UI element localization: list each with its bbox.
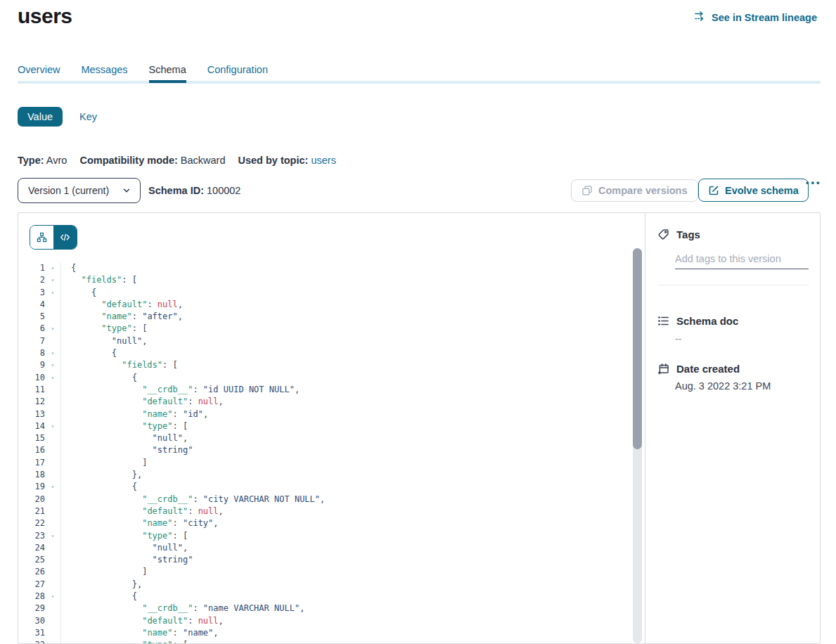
- schema-page: users See in Stream lineage Overview Mes…: [0, 0, 836, 644]
- code-view-button[interactable]: [53, 226, 77, 249]
- schema-id-label: Schema ID:: [148, 185, 204, 196]
- tab-overview[interactable]: Overview: [18, 64, 60, 83]
- compatibility-label: Compatibility mode:: [79, 155, 177, 166]
- tab-messages[interactable]: Messages: [81, 64, 127, 83]
- schema-meta-row: Type: Avro Compatibility mode: Backward …: [18, 155, 336, 166]
- value-tab-button[interactable]: Value: [18, 107, 63, 127]
- compare-versions-button[interactable]: Compare versions: [571, 179, 698, 202]
- compatibility-value: Backward: [181, 155, 226, 166]
- schema-doc-heading: Schema doc: [676, 315, 738, 327]
- schema-panel: 1▾{2▾ "fields": [3▾ {4 "default": null,5…: [18, 212, 821, 644]
- add-tags-input[interactable]: [675, 251, 809, 269]
- version-dropdown-value: Version 1 (current): [28, 185, 109, 196]
- type-label: Type:: [18, 155, 44, 166]
- stream-lineage-link[interactable]: See in Stream lineage: [694, 11, 817, 24]
- editor-scrollbar-thumb[interactable]: [633, 248, 642, 449]
- schema-editor: 1▾{2▾ "fields": [3▾ {4 "default": null,5…: [18, 213, 646, 643]
- stream-lineage-label: See in Stream lineage: [712, 12, 817, 23]
- tab-configuration[interactable]: Configuration: [207, 64, 268, 83]
- more-options-button[interactable]: •••: [806, 177, 822, 188]
- code-lines: 1▾{2▾ "fields": [3▾ {4 "default": null,5…: [18, 262, 625, 643]
- tags-heading: Tags: [676, 228, 700, 240]
- code-view-icon: [60, 232, 70, 243]
- list-icon: [657, 315, 669, 327]
- schema-id-value: 100002: [207, 185, 240, 196]
- tab-bar: Overview Messages Schema Configuration: [18, 64, 268, 83]
- editor-view-toggle: [30, 225, 77, 250]
- tree-view-button[interactable]: [30, 226, 53, 249]
- type-value: Avro: [46, 155, 67, 166]
- tag-icon: [657, 228, 669, 240]
- tab-schema[interactable]: Schema: [149, 64, 186, 83]
- schema-sidebar: Tags Schema doc --: [645, 213, 820, 643]
- edit-icon: [708, 185, 719, 196]
- date-created-section: Date created Aug. 3 2022 3:21 PM: [657, 363, 808, 392]
- stream-lineage-icon: [694, 11, 707, 24]
- topic-link[interactable]: users: [311, 155, 335, 166]
- compare-versions-label: Compare versions: [598, 185, 688, 196]
- sidebar-divider: [657, 285, 809, 285]
- code-editor[interactable]: 1▾{2▾ "fields": [3▾ {4 "default": null,5…: [18, 262, 625, 643]
- compare-icon: [581, 185, 593, 196]
- page-title: users: [18, 4, 72, 28]
- key-tab-button[interactable]: Key: [79, 111, 97, 122]
- schema-id: Schema ID: 100002: [148, 185, 240, 196]
- value-key-toggle: Value Key: [18, 107, 97, 127]
- tree-view-icon: [37, 232, 47, 243]
- version-dropdown[interactable]: Version 1 (current): [18, 178, 141, 203]
- date-created-heading: Date created: [676, 363, 740, 375]
- used-by-topic-label: Used by topic:: [238, 155, 308, 166]
- schema-doc-value: --: [675, 333, 808, 344]
- schema-doc-section: Schema doc --: [657, 315, 808, 344]
- calendar-icon: [657, 363, 669, 375]
- chevron-down-icon: [122, 186, 131, 195]
- evolve-schema-button[interactable]: Evolve schema: [698, 179, 809, 202]
- evolve-schema-label: Evolve schema: [725, 185, 799, 196]
- date-created-value: Aug. 3 2022 3:21 PM: [675, 380, 808, 392]
- editor-scrollbar[interactable]: [633, 248, 642, 643]
- tags-section: Tags: [657, 228, 808, 269]
